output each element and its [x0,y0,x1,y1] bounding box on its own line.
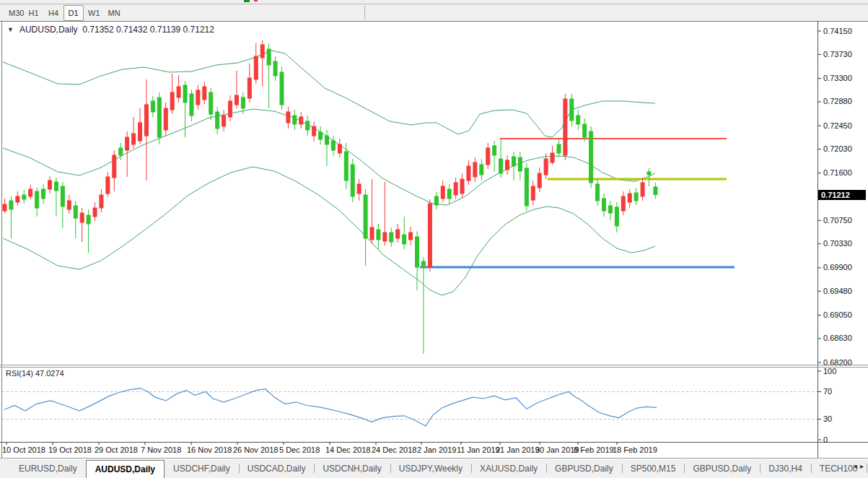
current-price-tag: 0.71212 [818,190,866,200]
chart-tab-bar: EURUSD,DailyAUDUSD,DailyUSDCHF,DailyUSDC… [0,459,868,478]
candle [319,132,323,139]
chart-tab-gbpusd-daily[interactable]: GBPUSD,Daily [684,459,760,478]
candle [16,196,19,202]
chart-tab-audusd-daily[interactable]: AUDUSD,Daily [86,460,165,478]
candle [525,168,528,206]
candle [383,233,387,241]
candle [22,195,26,199]
candle [177,87,180,97]
candle [577,116,580,124]
candle [421,261,425,267]
candle [54,182,58,191]
chart-tab-sp500-m15[interactable]: SP500,M15 [622,459,685,478]
price-axis-label: 0.69480 [823,287,852,295]
price-axis-label: 0.74150 [823,27,852,35]
chart-tab-usdcad-daily[interactable]: USDCAD,Daily [239,459,315,478]
candlestick-chart-canvas[interactable] [0,0,868,478]
candle [80,213,84,222]
candle [396,230,400,238]
candle [222,116,226,126]
candle [247,78,251,98]
candle [447,189,451,199]
date-axis-label: 14 Dec 2018 [325,446,370,454]
date-axis-label: 19 Oct 2018 [48,446,92,454]
chart-tab-usdcnh-daily[interactable]: USDCNH,Daily [314,459,390,478]
candle [254,56,258,79]
candle [621,196,625,211]
candle [493,146,496,155]
candle [312,126,316,136]
candle [183,85,187,103]
price-axis-label: 0.71600 [823,168,852,177]
candle [473,162,477,177]
candle [93,208,97,217]
rsi-axis-label: 30 [823,414,832,423]
price-axis-label: 0.73730 [823,50,852,58]
candle [647,172,651,175]
chart-tab-dj30-h4[interactable]: DJ30,H4 [760,459,811,478]
candle [306,121,310,130]
price-axis-label: 0.68630 [823,334,852,342]
rsi-axis-label: 0 [823,435,828,444]
candle [234,95,238,105]
chart-tab-gbpusd-daily[interactable]: GBPUSD,Daily [546,459,622,478]
candle [67,201,71,209]
candle [370,227,374,240]
candle [241,97,245,108]
candle [325,136,329,144]
rsi-axis-label: 100 [823,367,836,375]
candle [570,99,574,121]
candle [106,177,110,194]
price-axis-label: 0.72450 [823,121,852,130]
candle [377,230,380,240]
tab-scroll-arrows[interactable]: ◂▸ [854,462,867,470]
rsi-indicator-label: RSI(14) 47.0274 [6,369,64,378]
candle [260,45,264,58]
candle [3,204,6,211]
date-axis-label: 18 Feb 2019 [613,446,657,454]
date-axis-label: 10 Oct 2018 [2,446,45,454]
symbol-label: AUDUSD,Daily [19,25,78,35]
candle [280,72,284,105]
candle [596,184,600,201]
date-axis-label: 29 Oct 2018 [95,446,138,454]
date-axis-label: 5 Dec 2018 [279,446,320,454]
chart-tab-eurusd-daily[interactable]: EURUSD,Daily [10,459,86,478]
tab-scroll-left-icon[interactable]: ◂ [854,462,860,470]
mt4-window: { "toolbar": { "timeframes": [ {"label":… [0,0,868,478]
candle [557,144,561,153]
chart-tab-usdjpy-weekly[interactable]: USDJPY,Weekly [390,459,471,478]
price-axis-label: 0.72030 [823,144,852,153]
candle [583,124,587,137]
tab-scroll-right-icon[interactable]: ▸ [860,462,867,470]
candle [641,183,644,196]
candle [460,179,464,194]
candle [48,181,52,189]
date-axis-label: 7 Nov 2018 [141,446,181,454]
candle [589,131,593,183]
candle [35,191,39,208]
chart-tab-xauusd-daily[interactable]: XAUUSD,Daily [471,459,546,478]
low-value: 0.71139 [150,25,181,35]
symbol-dropdown-icon[interactable]: ▼ [7,26,14,33]
candle [351,165,354,196]
bollinger-upper-band [3,51,655,137]
candle [119,148,123,155]
candle [203,87,206,100]
candle [434,196,438,205]
chart-tab-usdchf-daily[interactable]: USDCHF,Daily [165,459,239,478]
candle [531,186,535,200]
candle [441,186,444,199]
candle [87,215,90,224]
candle [331,141,335,150]
candle [151,101,154,112]
candle [9,201,13,209]
date-axis-label: 2 Jan 2019 [417,446,456,454]
date-axis-label: 30 Jan 2019 [535,446,579,454]
date-axis-label: 16 Nov 2018 [187,446,232,454]
price-axis-label: 0.73300 [823,74,852,82]
rsi-axis-label: 70 [823,387,832,396]
candle [293,116,297,124]
candle [409,233,413,240]
candle [454,183,457,195]
